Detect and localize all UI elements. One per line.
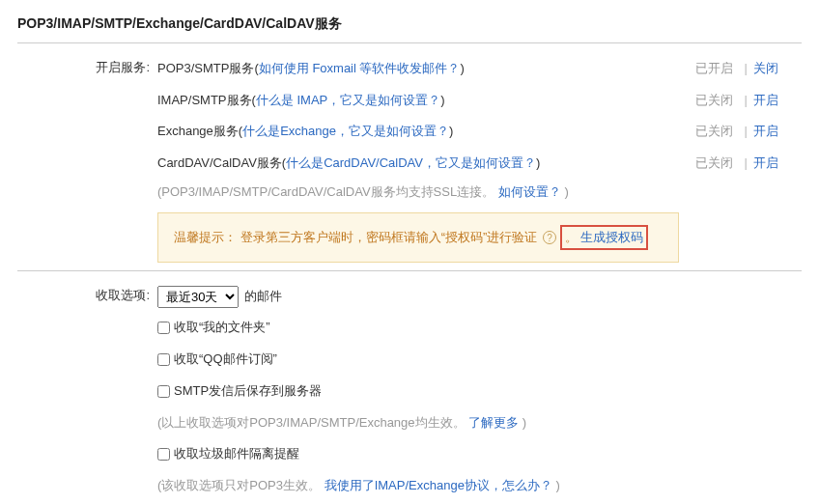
checkbox-myfolder[interactable] xyxy=(157,322,170,334)
tip-highlight-box: 。 生成授权码 xyxy=(560,225,649,250)
checkbox-row-myfolder: 收取“我的文件夹” xyxy=(157,316,802,340)
service-action-pop3[interactable]: 关闭 xyxy=(753,57,778,81)
receive-options-section: 收取选项: 最近30天 的邮件 收取“我的文件夹” 收取“QQ邮件订阅” xyxy=(17,270,802,504)
service-status: 已关闭 xyxy=(695,89,733,113)
service-row-carddav: CardDAV/CalDAV服务 ( 什么是CardDAV/CalDAV，它又是… xyxy=(157,152,802,176)
help-link-exchange[interactable]: 什么是Exchange，它又是如何设置？ xyxy=(242,120,449,144)
service-name: CardDAV/CalDAV服务 xyxy=(157,152,282,176)
tip-text: 登录第三方客户端时，密码框请输入“授权码”进行验证 xyxy=(240,230,538,244)
help-link-carddav[interactable]: 什么是CardDAV/CalDAV，它又是如何设置？ xyxy=(286,152,536,176)
tip-box: 温馨提示： 登录第三方客户端时，密码框请输入“授权码”进行验证 ? 。 生成授权… xyxy=(157,212,679,263)
checkbox-row-spam: 收取垃圾邮件隔离提醒 xyxy=(157,442,802,466)
checkbox-row-qqsub: 收取“QQ邮件订阅” xyxy=(157,348,802,372)
tip-label: 温馨提示： xyxy=(174,230,237,244)
receive-hint: (以上收取选项对POP3/IMAP/SMTP/Exchange均生效。 了解更多… xyxy=(157,411,802,435)
receive-range-select[interactable]: 最近30天 xyxy=(157,286,239,308)
receive-hint2: (该收取选项只对POP3生效。 我使用了IMAP/Exchange协议，怎么办？… xyxy=(157,474,802,498)
section-title: POP3/IMAP/SMTP/Exchange/CardDAV/CalDAV服务 xyxy=(17,0,802,43)
help-link-imap[interactable]: 什么是 IMAP，它又是如何设置？ xyxy=(256,89,440,113)
ssl-help-link[interactable]: 如何设置？ xyxy=(498,184,561,199)
checkbox-smtp-save[interactable] xyxy=(157,385,170,398)
help-icon[interactable]: ? xyxy=(543,231,556,244)
help-link-pop3[interactable]: 如何使用 Foxmail 等软件收发邮件？ xyxy=(259,57,461,81)
enable-service-section: 开启服务: POP3/SMTP服务 ( 如何使用 Foxmail 等软件收发邮件… xyxy=(17,43,802,270)
service-status: 已开启 xyxy=(695,57,733,81)
imap-exchange-help-link[interactable]: 我使用了IMAP/Exchange协议，怎么办？ xyxy=(325,478,552,492)
receive-options-label: 收取选项: xyxy=(17,285,157,304)
checkbox-row-smtp-save: SMTP发信后保存到服务器 xyxy=(157,379,802,404)
service-status: 已关闭 xyxy=(695,152,733,176)
enable-service-label: 开启服务: xyxy=(17,57,157,76)
checkbox-label: 收取“我的文件夹” xyxy=(174,316,270,340)
checkbox-label: 收取垃圾邮件隔离提醒 xyxy=(174,442,299,466)
service-name: POP3/SMTP服务 xyxy=(157,57,254,81)
checkbox-label: SMTP发信后保存到服务器 xyxy=(174,379,322,404)
service-row-pop3: POP3/SMTP服务 ( 如何使用 Foxmail 等软件收发邮件？ ) 已开… xyxy=(157,57,802,81)
service-name: IMAP/SMTP服务 xyxy=(157,89,252,113)
service-action-carddav[interactable]: 开启 xyxy=(753,152,778,176)
generate-auth-code-link[interactable]: 生成授权码 xyxy=(580,230,643,244)
service-action-exchange[interactable]: 开启 xyxy=(753,120,778,144)
learn-more-link[interactable]: 了解更多 xyxy=(468,415,519,430)
checkbox-qqsub[interactable] xyxy=(157,353,170,366)
service-action-imap[interactable]: 开启 xyxy=(753,89,778,113)
checkbox-label: 收取“QQ邮件订阅” xyxy=(174,348,277,372)
service-row-imap: IMAP/SMTP服务 ( 什么是 IMAP，它又是如何设置？ ) 已关闭 | … xyxy=(157,89,802,113)
service-status: 已关闭 xyxy=(695,120,733,144)
receive-range-suffix: 的邮件 xyxy=(244,285,282,309)
ssl-note: (POP3/IMAP/SMTP/CardDAV/CalDAV服务均支持SSL连接… xyxy=(157,183,802,201)
service-name: Exchange服务 xyxy=(157,120,239,144)
checkbox-spam[interactable] xyxy=(157,448,170,461)
service-row-exchange: Exchange服务 ( 什么是Exchange，它又是如何设置？ ) 已关闭 … xyxy=(157,120,802,144)
